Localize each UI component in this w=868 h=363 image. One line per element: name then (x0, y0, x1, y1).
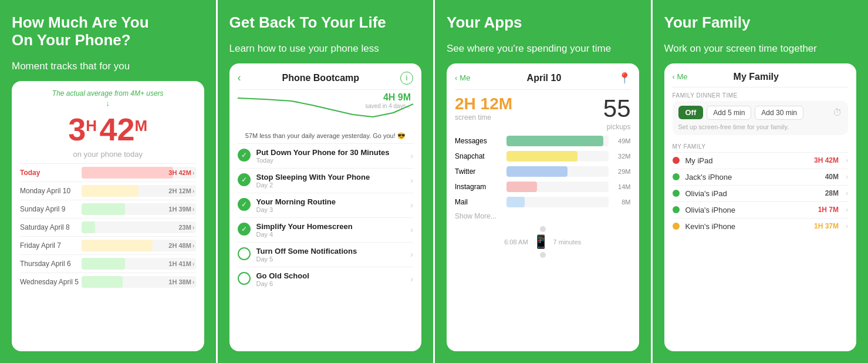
panel-screen-time: How Much Are You On Your Phone? Moment t… (0, 0, 216, 363)
toggle-add5-button[interactable]: Add 5 min (707, 106, 751, 120)
pickup-dot-bottom (540, 252, 546, 258)
fam-member-row[interactable]: Jack's iPhone 40M › (673, 169, 849, 185)
app-row[interactable]: Snapchat 32M (455, 149, 631, 164)
fam-name: Kevin's iPhone (685, 222, 808, 231)
pickup-phone-icon: 📱 (533, 234, 549, 250)
day-chevron: › (192, 260, 195, 267)
app-bar (506, 151, 577, 162)
fam-header: ‹ Me My Family (673, 72, 849, 88)
task-arrow-icon: › (410, 151, 413, 160)
panel4-card: ‹ Me My Family FAMILY DINNER TIME Off Ad… (664, 63, 857, 351)
task-row[interactable]: ✓ Simplify Your Homescreen Day 4 › (238, 217, 414, 242)
day-bar-bg: 2H 12M › (82, 185, 196, 197)
task-row[interactable]: Go Old School Day 6 › (238, 267, 414, 291)
fam-time: 40M (825, 173, 839, 181)
big-hours: 3 (68, 112, 86, 147)
day-row[interactable]: Monday April 10 2H 12M › (20, 182, 196, 200)
toggle-timer-icon: ⏱ (833, 107, 842, 118)
task-title: Go Old School (256, 271, 405, 280)
panel-bootcamp: Get Back To Your Life Learn how to use y… (216, 0, 434, 363)
section-dinner-label: FAMILY DINNER TIME (673, 92, 849, 99)
apps-back-icon[interactable]: ‹ Me (455, 73, 470, 82)
task-check-icon: ✓ (238, 223, 251, 236)
task-content: Your Morning Routine Day 3 (256, 197, 405, 213)
day-row[interactable]: Thursday April 6 1H 41M › (20, 254, 196, 273)
panel-apps: Your Apps See where you're spending your… (433, 0, 651, 363)
day-label: Monday April 10 (20, 187, 82, 195)
avg-label: The actual average from 4M+ users (20, 89, 196, 98)
show-more[interactable]: Show More... (455, 210, 631, 223)
day-row[interactable]: Wednesday April 5 1H 38M › (20, 273, 196, 291)
task-title: Turn Off Some Notifications (256, 247, 405, 256)
panel3-subtitle: See where you're spending your time (447, 42, 639, 55)
task-row[interactable]: ✓ Your Morning Routine Day 3 › (238, 193, 414, 217)
task-arrow-icon: › (410, 225, 413, 234)
app-bar (506, 136, 603, 146)
pickup-dot-top (540, 226, 546, 232)
app-time: 49M (613, 137, 631, 144)
panel2-title: Get Back To Your Life (229, 14, 422, 32)
day-rows: Today 3H 42M › Monday April 10 2H 12M › … (20, 163, 196, 291)
day-time-val: 1H 38M › (168, 278, 194, 285)
day-time-val: 2H 48M › (168, 242, 194, 249)
day-time-val: 2H 12M › (168, 187, 194, 194)
fam-member-row[interactable]: Olivia's iPhone 1H 7M › (673, 201, 849, 218)
day-bar (82, 240, 153, 251)
day-bar (82, 221, 95, 233)
panel3-title: Your Apps (447, 14, 639, 32)
app-name: Messages (455, 137, 502, 145)
app-row[interactable]: Twitter 29M (455, 164, 631, 179)
day-bar (82, 203, 125, 215)
task-row[interactable]: ✓ Put Down Your Phone for 30 Minutes Tod… (238, 143, 414, 168)
toggle-add30-button[interactable]: Add 30 min (755, 106, 803, 120)
task-check-icon: ✓ (238, 198, 251, 211)
panel2-card: ‹ Phone Bootcamp i 4H 9M saved in 4 days… (229, 63, 422, 351)
task-arrow-icon: › (410, 200, 413, 210)
task-row[interactable]: Turn Off Some Notifications Day 5 › (238, 242, 414, 267)
app-bar-wrap (506, 166, 609, 177)
day-row[interactable]: Friday April 7 2H 48M › (20, 236, 196, 254)
task-day: Day 5 (256, 256, 405, 263)
app-row[interactable]: Instagram 14M (455, 179, 631, 194)
big-time-display: 3H 42M (20, 111, 196, 147)
fam-chevron-icon: › (846, 189, 848, 197)
fam-member-row[interactable]: My iPad 3H 42M › (673, 152, 849, 169)
fam-name: My iPad (685, 156, 808, 165)
day-row[interactable]: Saturday April 8 23M › (20, 218, 196, 236)
bootcamp-info-icon[interactable]: i (400, 72, 413, 85)
task-day: Day 4 (256, 231, 405, 238)
pickups-label: pickups (603, 123, 631, 131)
panel1-title: How Much Are You On Your Phone? (12, 14, 204, 49)
task-check-icon: ✓ (238, 173, 251, 186)
day-time-val: 1H 41M › (168, 260, 194, 267)
screen-time-label: screen time (455, 113, 512, 122)
bootcamp-back-icon[interactable]: ‹ (238, 72, 241, 84)
fam-member-row[interactable]: Kevin's iPhone 1H 37M › (673, 218, 849, 234)
fam-dot (673, 206, 680, 213)
fam-name: Olivia's iPad (685, 189, 819, 198)
app-row[interactable]: Mail 8M (455, 194, 631, 210)
pickup-time: 6:08 AM (504, 238, 528, 246)
dinner-toggle: Off Add 5 min Add 30 min ⏱ (678, 106, 843, 120)
apps-header: ‹ Me April 10 📍 (455, 72, 631, 90)
day-chevron: › (192, 224, 195, 231)
dinner-desc: Set up screen-free time for your family. (678, 123, 843, 130)
day-label: Saturday April 8 (20, 223, 82, 231)
app-row[interactable]: Messages 49M (455, 133, 631, 149)
day-bar (82, 276, 123, 288)
fam-member-row[interactable]: Olivia's iPad 28M › (673, 185, 849, 201)
saved-hours: 4H 9M (365, 92, 411, 103)
app-name: Snapchat (455, 152, 502, 160)
app-bar-wrap (506, 197, 609, 207)
day-chevron: › (192, 187, 195, 194)
task-day: Today (256, 157, 405, 164)
app-bar (506, 182, 537, 192)
day-bar-bg: 3H 42M › (82, 167, 196, 179)
toggle-off-button[interactable]: Off (678, 106, 704, 119)
fam-time: 28M (825, 189, 839, 197)
task-row[interactable]: ✓ Stop Sleeping With Your Phone Day 2 › (238, 168, 414, 193)
day-row[interactable]: Sunday April 9 1H 39M › (20, 200, 196, 218)
section-family-label: MY FAMILY (673, 143, 849, 150)
fam-back-icon[interactable]: ‹ Me (673, 72, 688, 81)
day-row[interactable]: Today 3H 42M › (20, 163, 196, 182)
